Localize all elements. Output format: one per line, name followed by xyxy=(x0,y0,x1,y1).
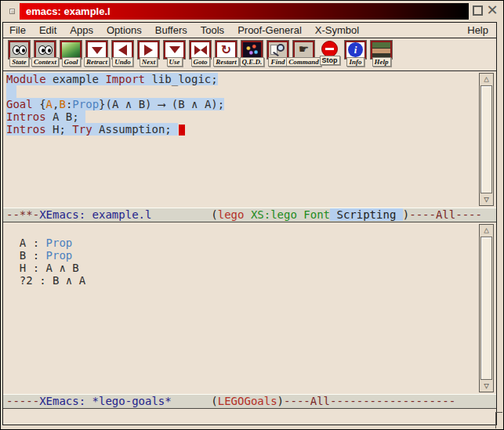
goals-scrollbar[interactable]: △ ▽ xyxy=(479,224,494,392)
close-button[interactable]: ✕ xyxy=(485,2,499,18)
toolbar-retract-label: Retract xyxy=(84,57,110,67)
goal-picture-icon xyxy=(62,42,80,57)
window-title: emacs: example.l xyxy=(26,5,111,17)
goal-conclusion: ?2 : B ∧ A xyxy=(6,274,476,287)
close-icon: ✕ xyxy=(486,2,498,18)
toolbar-retract-button[interactable]: Retract xyxy=(84,41,110,67)
menu-edit[interactable]: Edit xyxy=(39,24,56,36)
toolbar-next-label: Next xyxy=(140,57,158,67)
script-line-2 xyxy=(6,85,476,98)
scroll-up-icon[interactable]: △ xyxy=(480,225,493,236)
goto-bowtie-icon xyxy=(194,45,207,55)
menubar: File Edit Apps Options Buffers Tools Pro… xyxy=(3,23,496,38)
toolbar-qed-button[interactable]: Q.E.D. xyxy=(239,41,265,67)
titlebar-gradient[interactable]: emacs: example.l xyxy=(20,3,469,20)
toolbar-undo-button[interactable]: Undo xyxy=(110,41,136,67)
menu-proof-general[interactable]: Proof-General xyxy=(237,24,302,36)
window-menu-button[interactable] xyxy=(9,9,15,14)
goal-hypothesis: B : Prop xyxy=(6,249,476,262)
fireworks-icon xyxy=(243,42,261,57)
toolbar-qed-label: Q.E.D. xyxy=(240,57,265,67)
toolbar-goal-button[interactable]: Goal xyxy=(58,41,84,67)
script-scrollbar[interactable]: △ ▽ xyxy=(479,73,494,206)
scroll-up-icon[interactable]: △ xyxy=(480,74,493,85)
toolbar-goto-label: Goto xyxy=(191,57,210,67)
toolbar-stop-label: Stop xyxy=(320,56,340,65)
toolbar-undo-label: Undo xyxy=(112,57,133,67)
maximize-button[interactable] xyxy=(473,5,483,16)
toolbar-stop-button[interactable]: Stop xyxy=(317,41,343,65)
toolbar-state-button[interactable]: State xyxy=(6,41,32,67)
info-circle-icon: i xyxy=(348,42,363,57)
client-area: File Edit Apps Options Buffers Tools Pro… xyxy=(2,22,497,425)
toolbar-goto-button[interactable]: Goto xyxy=(187,41,213,67)
emacs-window: emacs: example.l ✕ File Edit Apps Option… xyxy=(0,0,504,430)
retract-to-top-icon xyxy=(92,46,103,54)
script-line-4: Intros A B; xyxy=(6,110,476,123)
script-buffer[interactable]: Module example Import lib_logic; Goal {A… xyxy=(3,71,496,208)
pointing-hand-icon: ☛ xyxy=(299,44,309,56)
restart-cycle-icon: ↻ xyxy=(221,44,231,56)
toolbar-help-label: Help xyxy=(372,57,391,67)
toolbar-use-button[interactable]: Use xyxy=(161,41,187,67)
toolbar-find-label: Find xyxy=(268,57,287,67)
magnifier-icon xyxy=(269,42,287,57)
use-to-bottom-icon xyxy=(169,46,180,54)
toolbar-state-label: State xyxy=(9,57,29,67)
toolbar-use-label: Use xyxy=(167,57,183,67)
scripting-minor-mode-badge: Scripting xyxy=(330,208,403,221)
script-line-5: Intros H; Try Assumption; xyxy=(6,123,476,136)
toolbar-info-button[interactable]: i Info xyxy=(343,41,368,67)
goal-hypothesis: H : A ∧ B xyxy=(6,262,476,274)
modeline-script: --**-XEmacs: example.l (lego XS:lego Fon… xyxy=(3,208,496,222)
resize-handle[interactable] xyxy=(495,412,502,428)
menu-tools[interactable]: Tools xyxy=(201,24,224,36)
menu-options[interactable]: Options xyxy=(107,24,142,36)
goals-buffer[interactable]: A : Prop B : Prop H : A ∧ B ?2 : B ∧ A △… xyxy=(3,222,496,394)
window-titlebar[interactable]: emacs: example.l ✕ xyxy=(1,1,503,21)
toolbar-next-button[interactable]: Next xyxy=(136,41,161,67)
toolbar-command-button[interactable]: ☛ Command xyxy=(291,41,317,67)
right-triangle-icon xyxy=(144,45,153,56)
general-portrait-icon xyxy=(372,42,390,57)
menu-file[interactable]: File xyxy=(9,24,26,36)
menu-x-symbol[interactable]: X-Symbol xyxy=(315,24,359,36)
minibuffer[interactable] xyxy=(3,409,496,425)
toolbar-context-button[interactable]: Context xyxy=(32,41,58,67)
scroll-down-icon[interactable]: ▽ xyxy=(480,381,493,392)
script-line-3: Goal {A,B:Prop}(A ∧ B) ⟶ (B ∧ A); xyxy=(6,98,476,110)
eyes-icon xyxy=(13,45,26,55)
script-line-1: Module example Import lib_logic; xyxy=(6,73,476,85)
text-cursor xyxy=(179,125,185,136)
toolbar: State Context Goal Retract Undo Next xyxy=(3,38,496,71)
left-triangle-icon xyxy=(118,45,127,56)
toolbar-context-label: Context xyxy=(31,57,59,67)
menu-buffers[interactable]: Buffers xyxy=(155,24,187,36)
goals-scrollbar-thumb[interactable] xyxy=(480,237,492,380)
eyes-icon xyxy=(39,45,52,55)
stop-sign-icon xyxy=(321,41,338,57)
toolbar-goal-label: Goal xyxy=(62,57,81,67)
menu-help[interactable]: Help xyxy=(467,24,488,36)
menu-apps[interactable]: Apps xyxy=(70,24,93,36)
toolbar-info-label: Info xyxy=(346,57,364,67)
toolbar-restart-button[interactable]: ↻ Restart xyxy=(213,41,239,67)
scroll-down-icon[interactable]: ▽ xyxy=(480,194,493,205)
modeline-goals: -----XEmacs: *lego-goals* (LEGOGoals)---… xyxy=(3,394,496,409)
toolbar-restart-label: Restart xyxy=(213,57,239,67)
goal-hypothesis: A : Prop xyxy=(6,237,476,249)
toolbar-help-button[interactable]: Help xyxy=(368,41,394,67)
script-scrollbar-thumb[interactable] xyxy=(480,85,492,193)
